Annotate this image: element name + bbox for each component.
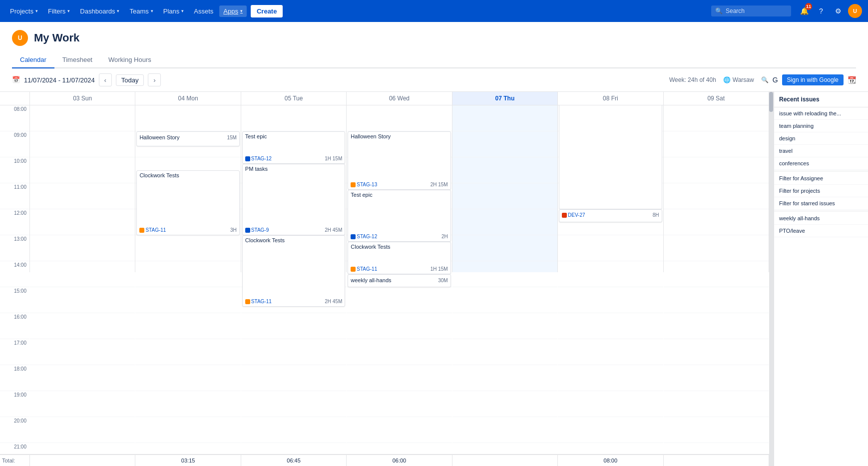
day-cell xyxy=(558,313,663,339)
day-cell xyxy=(664,443,769,454)
time-slot-1800: 18:00 xyxy=(0,365,29,391)
event-clockwork-tests-tue[interactable]: Clockwork Tests STAG-11 2H 45M xyxy=(242,235,345,307)
day-cell xyxy=(135,443,240,454)
time-slot-1600: 16:00 xyxy=(0,313,29,339)
recent-item-2[interactable]: design xyxy=(774,132,868,145)
footer-thu xyxy=(452,455,558,466)
event-pm-tasks-tue[interactable]: PM tasks STAG-9 2H 45M xyxy=(242,164,345,235)
event-weekly-allhands-wed[interactable]: weekly all-hands 30M xyxy=(348,274,450,287)
nav-item-teams[interactable]: Teams ▾ xyxy=(125,5,157,17)
nav-item-plans[interactable]: Plans ▾ xyxy=(159,5,188,17)
tab-working-hours[interactable]: Working Hours xyxy=(100,52,159,68)
day-col-tue: Test epic STAG-12 1H 15M PM tasks xyxy=(241,105,347,272)
recent-item-6[interactable]: Filter for projects xyxy=(774,185,868,197)
day-cell xyxy=(30,209,135,235)
day-cell xyxy=(135,365,240,391)
timezone-button[interactable]: 🌐 Warsaw xyxy=(720,75,757,85)
day-cell xyxy=(135,391,240,417)
search-zoom-icon[interactable]: 🔍 xyxy=(761,76,769,83)
time-slot-2100: 21:00 xyxy=(0,443,29,454)
day-cell xyxy=(452,105,557,131)
footer-sat xyxy=(664,455,769,466)
day-cell xyxy=(135,287,240,313)
day-cell xyxy=(664,313,769,339)
google-signin-button[interactable]: Sign in with Google xyxy=(782,74,844,85)
recent-item-0[interactable]: issue with reloading the... xyxy=(774,107,868,120)
day-cell xyxy=(452,417,557,443)
event-clockwork-tests-wed[interactable]: Clockwork Tests STAG-11 1H 15M xyxy=(348,242,450,274)
recent-item-4[interactable]: conferences xyxy=(774,157,868,170)
prev-week-button[interactable]: ‹ xyxy=(99,73,112,86)
notification-icon[interactable]: 🔔 11 xyxy=(797,4,811,18)
calendar-footer: Total: 03:15 06:45 06:00 08:00 xyxy=(0,454,769,466)
event-clockwork-tests-mon[interactable]: Clockwork Tests STAG-11 3H xyxy=(136,170,239,235)
date-range: 11/07/2024 - 11/07/2024 xyxy=(24,76,95,84)
nav-item-projects[interactable]: Projects ▾ xyxy=(6,5,42,17)
day-cell xyxy=(241,105,346,131)
recent-item-9[interactable]: PTO/leave xyxy=(774,225,868,237)
nav-item-apps[interactable]: Apps ▾ xyxy=(219,5,247,17)
day-cell xyxy=(452,183,557,209)
time-slot-1400: 14:00 xyxy=(0,261,29,287)
top-nav: Projects ▾ Filters ▾ Dashboards ▾ Teams … xyxy=(0,0,868,22)
day-cell xyxy=(452,131,557,157)
event-test-epic-wed[interactable]: Test epic STAG-12 2H xyxy=(348,190,450,242)
footer-tue: 06:45 xyxy=(241,455,347,466)
day-cell xyxy=(30,105,135,131)
user-avatar[interactable]: U xyxy=(848,4,862,18)
day-cell xyxy=(135,261,240,287)
tab-timesheet[interactable]: Timesheet xyxy=(54,52,100,68)
google-calendar-icon[interactable]: G xyxy=(773,76,778,84)
settings-icon[interactable]: ⚙ xyxy=(831,4,845,18)
day-cell xyxy=(452,313,557,339)
day-cell xyxy=(241,391,346,417)
day-cell xyxy=(347,443,451,454)
event-pto-fri[interactable]: PTO/leave xyxy=(559,105,662,209)
create-button[interactable]: Create xyxy=(251,5,283,17)
day-cell xyxy=(664,235,769,261)
day-cell xyxy=(135,339,240,365)
recent-issues-header: Recent issues xyxy=(774,92,868,107)
time-slot-1700: 17:00 xyxy=(0,339,29,365)
search-bar[interactable]: 🔍 Search xyxy=(711,5,791,16)
event-dev27-fri[interactable]: DEV-27 8H xyxy=(559,209,662,222)
day-cell xyxy=(241,313,346,339)
footer-wed: 06:00 xyxy=(347,455,452,466)
time-gutter: 01:0002:0003:0004:0005:0006:0007:0008:00… xyxy=(0,105,30,272)
day-cell xyxy=(135,105,240,131)
today-button[interactable]: Today xyxy=(116,74,144,86)
nav-item-dashboards[interactable]: Dashboards ▾ xyxy=(76,5,123,17)
recent-item-8[interactable]: weekly all-hands xyxy=(774,212,868,225)
nav-item-filters[interactable]: Filters ▾ xyxy=(44,5,74,17)
day-cell xyxy=(347,391,451,417)
nav-item-assets[interactable]: Assets xyxy=(190,5,217,17)
scrollbar-thumb xyxy=(769,92,773,112)
tab-calendar[interactable]: Calendar xyxy=(12,52,54,68)
day-cell xyxy=(558,391,663,417)
day-cell xyxy=(664,391,769,417)
day-cell xyxy=(664,287,769,313)
event-halloween-story-mon[interactable]: Halloween Story 15M xyxy=(136,131,239,146)
day-col-sat xyxy=(664,105,769,272)
scrollbar[interactable] xyxy=(769,92,773,466)
day-cell xyxy=(30,157,135,183)
help-icon[interactable]: ? xyxy=(814,4,828,18)
event-halloween-story-wed[interactable]: Halloween Story STAG-13 2H 15M xyxy=(348,131,450,190)
recent-item-1[interactable]: team planning xyxy=(774,120,868,132)
day-cell xyxy=(452,209,557,235)
day-col-fri: PTO/leave DEV-27 8H xyxy=(558,105,663,272)
time-slot-1900: 19:00 xyxy=(0,391,29,417)
recent-item-3[interactable]: travel xyxy=(774,145,868,157)
day-col-thu xyxy=(452,105,558,272)
tabs-container: Calendar Timesheet Working Hours xyxy=(12,52,856,68)
toolbar: 📅 11/07/2024 - 11/07/2024 ‹ Today › Week… xyxy=(0,68,868,92)
day-col-wed: Halloween Story STAG-13 2H 15M Test epic xyxy=(347,105,452,272)
timezone-label: Warsaw xyxy=(733,76,754,83)
next-week-button[interactable]: › xyxy=(148,73,161,86)
day-cell xyxy=(558,339,663,365)
other-cal-icon[interactable]: 📆 xyxy=(848,76,856,84)
recent-item-7[interactable]: Filter for starred issues xyxy=(774,197,868,210)
recent-item-5[interactable]: Filter for Assignee xyxy=(774,172,868,185)
day-cell xyxy=(664,131,769,157)
event-test-epic-tue[interactable]: Test epic STAG-12 1H 15M xyxy=(242,131,345,164)
